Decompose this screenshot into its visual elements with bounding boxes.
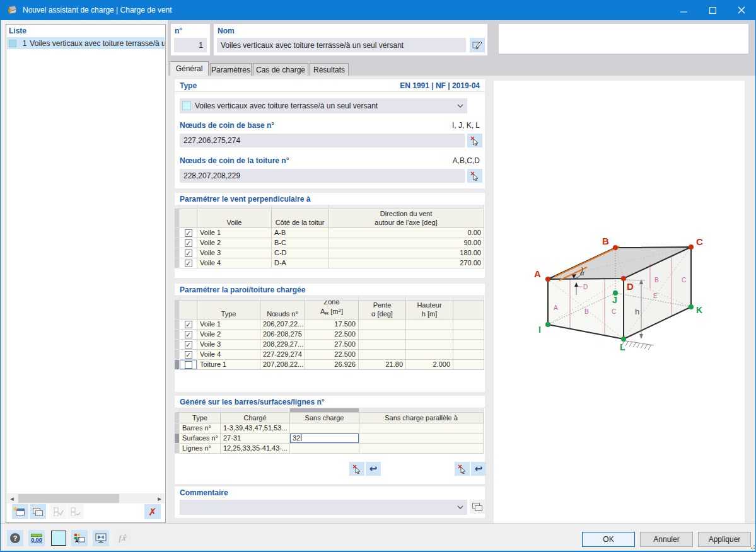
- table-cell-hauteur[interactable]: [406, 350, 453, 360]
- table-cell-voile[interactable]: Voile 4: [197, 258, 272, 268]
- table-cell-extra[interactable]: [453, 360, 484, 370]
- table-cell-extra[interactable]: [453, 330, 484, 340]
- table-cell-zone[interactable]: 26.926: [305, 360, 359, 370]
- scrollbar-thumb[interactable]: [18, 494, 119, 503]
- checkbox-cell[interactable]: ✓: [180, 319, 197, 330]
- column-header[interactable]: Sans charge: [290, 413, 359, 423]
- table-cell-cote[interactable]: B-C: [272, 238, 329, 248]
- comment-dropdown[interactable]: [180, 500, 467, 515]
- table-cell-charge[interactable]: 27-31: [221, 434, 290, 444]
- table-cell-sans[interactable]: 32: [290, 434, 359, 444]
- list-item[interactable]: 1Voiles verticaux avec toiture terrasse/…: [7, 37, 165, 49]
- scroll-left-arrow-icon[interactable]: ◂: [7, 493, 17, 503]
- table-cell-type[interactable]: Barres n°: [180, 423, 221, 434]
- close-button[interactable]: [727, 0, 756, 20]
- table-cell-pente[interactable]: [359, 350, 406, 360]
- table-cell-noeuds[interactable]: 227-229,274: [260, 350, 305, 360]
- column-header[interactable]: Direction du ventautour de l'axe [deg]: [329, 209, 484, 228]
- tab-paramètres[interactable]: Paramètres: [210, 63, 252, 76]
- table-cell-voile[interactable]: Voile 2: [197, 238, 272, 248]
- table-cell-direction[interactable]: 180.00: [329, 248, 484, 258]
- rename-button[interactable]: [470, 38, 485, 52]
- table-cell-type[interactable]: Voile 4: [197, 350, 260, 360]
- checkbox-cell[interactable]: [180, 360, 197, 370]
- comment-templates-button[interactable]: [470, 500, 485, 514]
- minimize-button[interactable]: [669, 0, 698, 20]
- check-all-button[interactable]: [50, 504, 67, 519]
- help-button[interactable]: ?: [7, 530, 23, 546]
- display-on-screen-button[interactable]: [93, 530, 109, 546]
- table-cell-cote[interactable]: C-D: [272, 248, 329, 258]
- roof-nodes-input[interactable]: 228,207,208,229: [180, 169, 465, 183]
- row-checkbox[interactable]: ✓: [185, 250, 192, 257]
- table-cell-type[interactable]: Toiture 1: [197, 360, 260, 370]
- row-checkbox[interactable]: ✓: [185, 321, 192, 328]
- checkbox-cell[interactable]: ✓: [180, 258, 197, 268]
- table-cell-pente[interactable]: [359, 330, 406, 340]
- scroll-right-arrow-icon[interactable]: ▸: [154, 493, 165, 503]
- new-item-button[interactable]: ★: [12, 504, 28, 519]
- table-cell-extra[interactable]: [453, 340, 484, 350]
- apply-button[interactable]: Appliquer: [698, 532, 751, 547]
- column-header[interactable]: Nœuds n°: [260, 301, 305, 319]
- table-cell-type[interactable]: Lignes n°: [180, 444, 221, 454]
- checkbox-cell[interactable]: ✓: [180, 228, 197, 238]
- table-cell-zone[interactable]: 27.500: [305, 340, 359, 350]
- table-cell-voile[interactable]: Voile 1: [197, 228, 272, 238]
- column-header[interactable]: [180, 209, 197, 228]
- table-cell-extra[interactable]: [453, 350, 484, 360]
- tab-général[interactable]: Général: [170, 61, 209, 76]
- table-cell-direction[interactable]: 90.00: [329, 238, 484, 248]
- table-cell-charge[interactable]: 12,25,33,35-41,43-...: [221, 444, 290, 454]
- column-header[interactable]: Côté de la toitur: [272, 209, 329, 228]
- column-header[interactable]: Voile: [197, 209, 272, 228]
- table-cell-type[interactable]: Voile 3: [197, 340, 260, 350]
- wizard-type-dropdown[interactable]: Voiles verticaux avec toiture terrasse/à…: [180, 98, 467, 113]
- table-cell-pente[interactable]: 21.80: [359, 360, 406, 370]
- table-cell-type[interactable]: Voile 1: [197, 319, 260, 330]
- resize-grip[interactable]: [750, 544, 755, 549]
- table-cell-pente[interactable]: [359, 340, 406, 350]
- table-cell-zone[interactable]: 22.500: [305, 330, 359, 340]
- table-cell-hauteur[interactable]: 2.000: [406, 360, 453, 370]
- table-cell-par[interactable]: [359, 444, 484, 454]
- list-hscrollbar[interactable]: ◂ ▸: [7, 493, 165, 503]
- table-cell-sans[interactable]: [290, 444, 359, 454]
- table-cell-zone[interactable]: 17.500: [305, 319, 359, 330]
- table-cell-zone[interactable]: 22.500: [305, 350, 359, 360]
- row-checkbox[interactable]: ✓: [185, 341, 192, 348]
- table-cell-noeuds[interactable]: 207,208,22...: [260, 360, 305, 370]
- row-checkbox[interactable]: [185, 361, 192, 369]
- table-cell-hauteur[interactable]: [406, 340, 453, 350]
- color-swatch-button[interactable]: [50, 530, 67, 546]
- checkbox-cell[interactable]: ✓: [180, 350, 197, 360]
- checkbox-cell[interactable]: ✓: [180, 340, 197, 350]
- table-cell-hauteur[interactable]: [406, 319, 453, 330]
- row-checkbox[interactable]: ✓: [185, 239, 192, 247]
- table-cell-extra[interactable]: [453, 319, 484, 330]
- checkbox-cell[interactable]: ✓: [180, 248, 197, 258]
- base-nodes-input[interactable]: 227,206,275,274: [180, 134, 465, 147]
- column-header[interactable]: [453, 301, 484, 319]
- column-header[interactable]: Chargé: [221, 413, 290, 423]
- table-cell-sans[interactable]: [290, 423, 359, 434]
- table-cell-charge[interactable]: 1-3,39,43,47,51,53...: [221, 423, 290, 434]
- table-cell-type[interactable]: Voile 2: [197, 330, 260, 340]
- pick-parallel-button[interactable]: [455, 462, 470, 476]
- table-cell-par[interactable]: [359, 423, 484, 434]
- display-properties-button[interactable]: A: [71, 530, 88, 546]
- table-cell-noeuds[interactable]: 208,229,27...: [260, 340, 305, 350]
- pick-without-load-button[interactable]: [349, 462, 364, 476]
- table-cell-voile[interactable]: Voile 3: [197, 248, 272, 258]
- table-cell-noeuds[interactable]: 206,207,22...: [260, 319, 305, 330]
- column-header[interactable]: ZoneAR [m2]: [305, 301, 359, 319]
- delete-item-button[interactable]: ✗: [144, 504, 161, 519]
- ok-button[interactable]: OK: [582, 532, 635, 547]
- copy-item-button[interactable]: [30, 504, 46, 519]
- column-header[interactable]: [180, 301, 197, 319]
- undo-without-load-button[interactable]: ↩: [366, 462, 381, 476]
- maximize-button[interactable]: [698, 0, 727, 20]
- pick-base-nodes-button[interactable]: [467, 134, 482, 147]
- uncheck-all-button[interactable]: [67, 504, 84, 519]
- row-checkbox[interactable]: ✓: [185, 229, 192, 237]
